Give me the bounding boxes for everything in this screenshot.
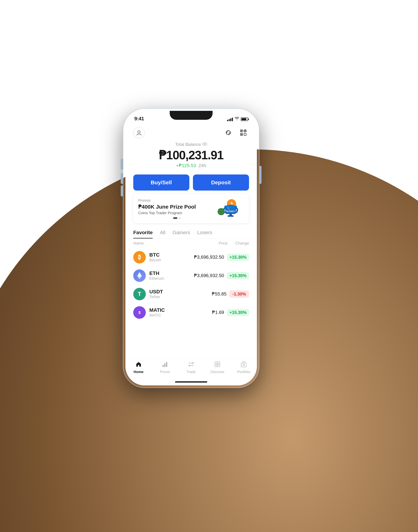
eth-change: +15.30% (227, 272, 249, 279)
market-tabs: Favorite All Gainers Losers (125, 227, 257, 239)
promo-subtitle: Coins Top Trader Program (138, 211, 215, 215)
phone-notch (170, 111, 213, 120)
eth-info: ETH Etherum (149, 270, 192, 281)
nav-trade[interactable]: Trade (178, 361, 204, 374)
phone-screen: 9:41 (125, 111, 257, 386)
matic-price: ₱1.69 (192, 310, 224, 315)
balance-amount: ₱100,231.91 (133, 148, 249, 162)
usdt-symbol: USDT (149, 289, 194, 295)
nav-portfolio-label: Portfolio (237, 370, 250, 374)
col-change: Change (228, 241, 249, 246)
matic-info: MATIC MATIC (149, 307, 192, 318)
avatar-button[interactable] (133, 127, 145, 138)
wifi-icon (235, 117, 239, 121)
col-name: Name (133, 241, 196, 246)
usdt-price: ₱55.85 (194, 291, 227, 297)
btc-info: BTC Bitcoin (149, 252, 192, 262)
phone-wrapper: 9:41 (123, 109, 259, 387)
table-row[interactable]: ₿ BTC Bitcoin ₱3,696,932.50 +15.30% (125, 248, 257, 266)
battery-icon (241, 118, 248, 121)
promo-dot-1 (173, 217, 177, 219)
svg-rect-36 (241, 363, 246, 367)
promo-tag: Promos (138, 198, 215, 203)
tab-losers[interactable]: Losers (197, 227, 212, 238)
usdt-name: Tether (149, 295, 194, 299)
btc-change: +15.30% (227, 254, 249, 261)
eye-icon[interactable] (202, 142, 207, 147)
svg-point-11 (203, 143, 207, 145)
header-right (222, 127, 249, 138)
btc-icon: ₿ (133, 251, 146, 264)
balance-section: Total Balance ₱100,231.91 +₱125.53 (125, 140, 257, 172)
svg-point-17 (226, 205, 236, 209)
svg-text:Top Trader ↗: Top Trader ↗ (226, 210, 236, 212)
svg-rect-31 (166, 362, 167, 367)
svg-rect-29 (163, 365, 164, 367)
svg-rect-34 (215, 365, 217, 367)
balance-label: Total Balance (133, 142, 249, 147)
tab-all[interactable]: All (160, 227, 165, 238)
action-buttons: Buy/Sell Deposit (125, 172, 257, 194)
table-row[interactable]: T USDT Tether ₱55.85 -1.30% (125, 285, 257, 303)
signal-icon (227, 117, 233, 121)
svg-rect-9 (244, 130, 246, 131)
deposit-button[interactable]: Deposit (193, 174, 249, 191)
balance-change: +₱125.53 24h (133, 163, 249, 169)
prices-icon (162, 361, 168, 369)
support-button[interactable] (222, 127, 234, 138)
usdt-info: USDT Tether (149, 289, 194, 299)
nav-home-label: Home (134, 370, 144, 374)
matic-name: MATIC (149, 313, 192, 318)
svg-rect-33 (218, 362, 220, 364)
eth-name: Etherum (149, 276, 192, 281)
phone-shell: 9:41 (123, 109, 259, 387)
usdt-icon: T (133, 288, 146, 300)
home-bar (175, 381, 207, 383)
svg-rect-37 (243, 364, 244, 366)
table-row[interactable]: ETH Etherum ₱3,696,932.50 +15.30% (125, 266, 257, 285)
promo-banner[interactable]: Promos ₱400K June Prize Pool Coins Top T… (133, 194, 249, 223)
table-header: Name Price Change (125, 239, 257, 248)
svg-rect-10 (241, 134, 242, 135)
svg-rect-19 (228, 215, 234, 217)
svg-rect-30 (164, 363, 165, 367)
matic-symbol: MATIC (149, 307, 192, 313)
svg-rect-7 (244, 133, 246, 135)
app-header (125, 123, 257, 140)
home-indicator (125, 378, 257, 386)
discover-icon (214, 361, 221, 369)
eth-symbol: ETH (149, 270, 192, 276)
btc-name: Bitcoin (149, 258, 192, 262)
home-icon (136, 361, 142, 369)
status-time: 9:41 (134, 116, 144, 121)
nav-home[interactable]: Home (125, 361, 152, 374)
table-row[interactable]: MATIC MATIC ₱1.69 +15.30% (125, 303, 257, 322)
nav-prices[interactable]: Prices (152, 361, 178, 374)
btc-price: ₱3,696,932.50 (192, 254, 224, 260)
tab-favorite[interactable]: Favorite (133, 227, 153, 238)
buy-sell-button[interactable]: Buy/Sell (133, 174, 189, 191)
promo-content: Promos ₱400K June Prize Pool Coins Top T… (138, 198, 215, 219)
svg-point-23 (218, 208, 225, 215)
portfolio-icon (241, 361, 247, 369)
balance-period: 24h (198, 163, 206, 169)
svg-rect-32 (215, 362, 217, 364)
bottom-nav: Home Prices (125, 358, 257, 378)
svg-point-2 (226, 132, 227, 133)
balance-change-value: +₱125.53 (176, 163, 196, 169)
matic-icon (133, 306, 146, 319)
svg-rect-8 (241, 130, 242, 131)
scan-button[interactable] (238, 127, 249, 138)
nav-portfolio[interactable]: Portfolio (231, 361, 257, 374)
tab-gainers[interactable]: Gainers (173, 227, 190, 238)
trade-icon (188, 361, 194, 369)
svg-point-12 (204, 144, 205, 145)
scene: 9:41 (0, 0, 418, 532)
nav-prices-label: Prices (160, 370, 170, 374)
eth-price: ₱3,696,932.50 (192, 273, 224, 278)
col-price: Price (196, 241, 228, 246)
market-section: Favorite All Gainers Losers Name Price C… (125, 227, 257, 358)
matic-change: +15.30% (227, 309, 249, 316)
btc-symbol: BTC (149, 252, 192, 258)
nav-discover[interactable]: Discover (204, 361, 231, 374)
